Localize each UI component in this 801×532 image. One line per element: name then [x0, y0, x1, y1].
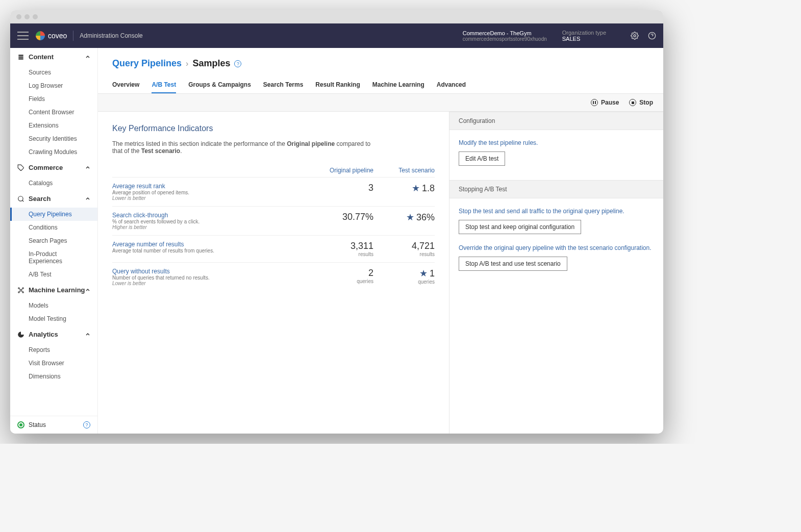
svg-point-4 [18, 196, 23, 200]
tab-result-ranking[interactable]: Result Ranking [315, 77, 360, 93]
sidebar: ContentSourcesLog BrowserFieldsContent B… [10, 48, 98, 434]
nav-item-query-pipelines[interactable]: Query Pipelines [10, 208, 97, 221]
help-icon[interactable] [648, 32, 656, 40]
kpi-row: Average number of resultsAverage total n… [112, 235, 435, 262]
stop-override-button[interactable]: Stop A/B test and use test scenario [459, 257, 567, 271]
chevron-up-icon [85, 288, 90, 293]
org-name: CommerceDemo - TheGym [463, 30, 547, 36]
config-text: Modify the test pipeline rules. [459, 139, 654, 146]
stopping-header: Stopping A/B Test [449, 180, 663, 198]
nav-item-fields[interactable]: Fields [10, 92, 97, 106]
tab-a-b-test[interactable]: A/B Test [152, 77, 176, 93]
tab-overview[interactable]: Overview [112, 77, 139, 93]
kpi-metric-name: Average number of results [112, 241, 312, 248]
kpi-col-test: Test scenario [373, 167, 435, 174]
breadcrumb-current: Samples [192, 58, 230, 69]
org-id: commercedemosportsstore90xhuodn [463, 36, 547, 42]
kpi-original-value: 2 [312, 268, 373, 278]
stop-override-text: Override the original query pipeline wit… [459, 244, 654, 251]
stop-button[interactable]: Stop [629, 99, 653, 106]
star-icon: ★ [406, 212, 414, 222]
section-icon [17, 331, 24, 338]
org-selector[interactable]: CommerceDemo - TheGym commercedemosports… [463, 30, 547, 42]
main-content: Query Pipelines › Samples ? OverviewA/B … [98, 48, 663, 434]
nav-item-content-browser[interactable]: Content Browser [10, 106, 97, 119]
nav-item-a/b-test[interactable]: A/B Test [10, 268, 97, 281]
nav-item-crawling-modules[interactable]: Crawling Modules [10, 145, 97, 159]
nav-item-visit-browser[interactable]: Visit Browser [10, 357, 97, 370]
kpi-metric-name: Search click-through [112, 212, 312, 219]
gear-icon[interactable] [631, 32, 639, 40]
nav-item-conditions[interactable]: Conditions [10, 221, 97, 234]
nav-item-model-testing[interactable]: Model Testing [10, 312, 97, 325]
svg-point-7 [18, 287, 19, 288]
logo[interactable]: coveo [36, 31, 67, 40]
star-icon: ★ [412, 183, 420, 193]
status-ok-icon [17, 421, 24, 428]
section-icon [17, 54, 24, 61]
svg-line-12 [21, 289, 22, 290]
status-help-icon[interactable]: ? [83, 421, 90, 428]
kpi-metric-note: Lower is better [112, 281, 312, 286]
nav-section-machine-learning[interactable]: Machine Learning [10, 281, 97, 299]
chevron-up-icon [85, 165, 90, 170]
maximize-dot[interactable] [33, 14, 38, 19]
kpi-row: Average result rankAverage position of o… [112, 177, 435, 206]
chevron-up-icon [85, 196, 90, 201]
divider [73, 31, 73, 41]
svg-point-10 [22, 291, 23, 292]
star-icon: ★ [419, 268, 428, 278]
stop-keep-button[interactable]: Stop test and keep original configuratio… [459, 220, 581, 234]
edit-abtest-button[interactable]: Edit A/B test [459, 151, 505, 166]
nav-item-sources[interactable]: Sources [10, 66, 97, 79]
kpi-metric-sub: Average total number of results from que… [112, 248, 312, 254]
pause-button[interactable]: Pause [591, 99, 619, 106]
nav-item-reports[interactable]: Reports [10, 343, 97, 357]
nav-item-catalogs[interactable]: Catalogs [10, 176, 97, 190]
nav-item-dimensions[interactable]: Dimensions [10, 370, 97, 383]
breadcrumb: Query Pipelines › Samples ? [98, 48, 663, 72]
nav-item-security-identities[interactable]: Security Identities [10, 132, 97, 145]
kpi-description: The metrics listed in this section indic… [112, 140, 378, 155]
tab-machine-learning[interactable]: Machine Learning [372, 77, 424, 93]
section-icon [17, 195, 24, 202]
tab-bar: OverviewA/B TestGroups & CampaignsSearch… [98, 72, 663, 94]
svg-line-13 [19, 291, 20, 292]
nav-section-search[interactable]: Search [10, 190, 97, 208]
chevron-right-icon: › [186, 59, 188, 68]
status-footer[interactable]: Status ? [10, 416, 97, 434]
tab-search-terms[interactable]: Search Terms [263, 77, 304, 93]
nav-item-log-browser[interactable]: Log Browser [10, 79, 97, 92]
nav-item-extensions[interactable]: Extensions [10, 119, 97, 132]
logo-mark [36, 31, 45, 40]
nav-section-content[interactable]: Content [10, 48, 97, 66]
tab-groups-campaigns[interactable]: Groups & Campaigns [188, 77, 251, 93]
minimize-dot[interactable] [24, 14, 30, 19]
window-titlebar [10, 10, 663, 23]
nav-item-in-product-experiences[interactable]: In-Product Experiences [10, 247, 97, 268]
chevron-up-icon [85, 55, 90, 60]
breadcrumb-parent[interactable]: Query Pipelines [112, 58, 182, 69]
kpi-metric-name: Average result rank [112, 183, 312, 190]
org-type: Organization type SALES [562, 30, 606, 42]
kpi-test-value: ★36% [373, 212, 435, 223]
close-dot[interactable] [16, 14, 21, 19]
kpi-header-row: Original pipeline Test scenario [112, 164, 435, 177]
nav-item-search-pages[interactable]: Search Pages [10, 234, 97, 247]
page-help-icon[interactable]: ? [234, 60, 241, 67]
kpi-metric-sub: % of search events followed by a click. [112, 219, 312, 224]
org-type-value: SALES [562, 36, 606, 42]
stop-keep-text: Stop the test and send all traffic to th… [459, 208, 654, 215]
pause-icon [591, 99, 598, 106]
kpi-original-value: 30.77% [312, 212, 373, 222]
tab-advanced[interactable]: Advanced [437, 77, 466, 93]
kpi-test-value: ★1.8 [373, 183, 435, 194]
nav-item-models[interactable]: Models [10, 299, 97, 312]
menu-icon[interactable] [17, 32, 29, 40]
nav-section-analytics[interactable]: Analytics [10, 325, 97, 343]
kpi-test-value: ★1 [373, 268, 435, 279]
nav-section-commerce[interactable]: Commerce [10, 159, 97, 176]
console-label: Administration Console [80, 32, 142, 39]
top-header: coveo Administration Console CommerceDem… [10, 23, 663, 48]
kpi-row: Query without resultsNumber of queries t… [112, 262, 435, 291]
